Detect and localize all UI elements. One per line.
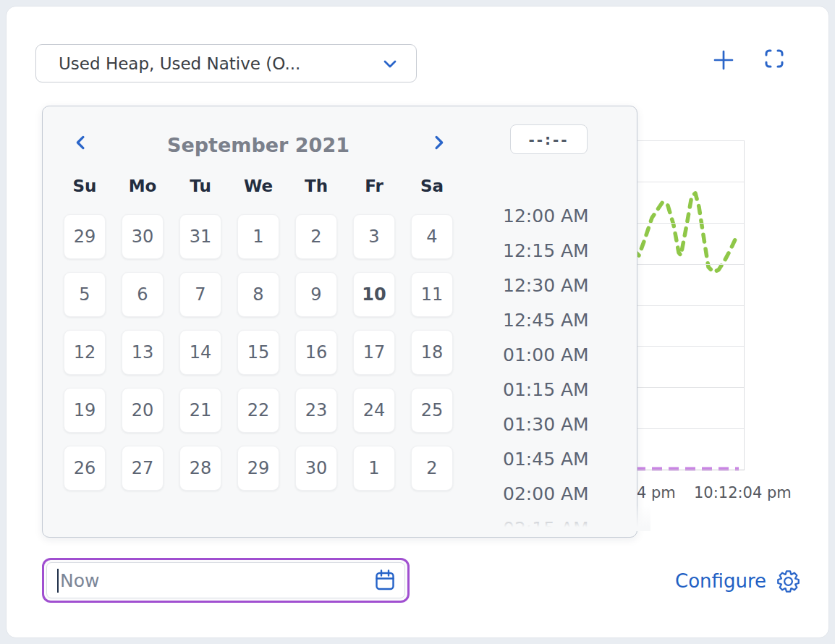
chart-plot-right-edge (744, 140, 745, 470)
calendar-day[interactable]: 11 (411, 272, 453, 317)
calendar-day[interactable]: 4 (411, 214, 453, 259)
calendar-day[interactable]: 26 (64, 446, 106, 491)
calendar-day[interactable]: 6 (122, 272, 164, 317)
configure-label: Configure (675, 570, 766, 592)
calendar-day[interactable]: 3 (353, 214, 395, 259)
time-options-list[interactable]: 12:00 AM12:15 AM12:30 AM12:45 AM01:00 AM… (497, 198, 650, 530)
time-option[interactable]: 01:30 AM (497, 407, 650, 441)
day-of-week-label: We (237, 177, 279, 195)
day-of-week-label: Mo (122, 177, 164, 195)
next-month-button[interactable] (428, 132, 449, 153)
calendar-day[interactable]: 10 (353, 272, 395, 317)
x-axis-tick-label: 10:12:04 pm (694, 484, 792, 501)
calendar-day[interactable]: 24 (353, 388, 395, 433)
time-option[interactable]: 12:00 AM (497, 198, 650, 233)
calendar-day[interactable]: 27 (122, 446, 164, 491)
calendar-day[interactable]: 8 (237, 272, 279, 317)
plus-icon (713, 50, 734, 70)
calendar-dates-grid: 2930311234567891011121314151617181920212… (64, 214, 453, 491)
day-of-week-label: Su (64, 177, 106, 195)
calendar-day[interactable]: 30 (122, 214, 164, 259)
calendar-day[interactable]: 5 (64, 272, 106, 317)
day-of-week-label: Sa (411, 177, 453, 195)
calendar-icon[interactable] (374, 569, 396, 592)
calendar-day[interactable]: 29 (64, 214, 106, 259)
chevron-right-icon (428, 132, 449, 153)
calendar-day[interactable]: 1 (237, 214, 279, 259)
calendar-day[interactable]: 21 (179, 388, 221, 433)
calendar-day[interactable]: 14 (179, 330, 221, 375)
calendar-day[interactable]: 12 (64, 330, 106, 375)
calendar-day[interactable]: 18 (411, 330, 453, 375)
time-option[interactable]: 01:45 AM (497, 441, 650, 476)
calendar-day[interactable]: 31 (179, 214, 221, 259)
calendar-day[interactable]: 22 (237, 388, 279, 433)
calendar-day[interactable]: 20 (122, 388, 164, 433)
time-option[interactable]: 12:15 AM (497, 233, 650, 268)
calendar-day[interactable]: 15 (237, 330, 279, 375)
time-option[interactable]: 12:30 AM (497, 268, 650, 302)
calendar-day[interactable]: 2 (295, 214, 337, 259)
calendar-day[interactable]: 30 (295, 446, 337, 491)
fullscreen-button[interactable] (761, 46, 787, 72)
time-option[interactable]: 01:15 AM (497, 372, 650, 407)
calendar-day[interactable]: 19 (64, 388, 106, 433)
date-input-field[interactable] (46, 562, 405, 598)
calendar-day[interactable]: 2 (411, 446, 453, 491)
metric-dropdown-value: Used Heap, Used Native (O... (59, 54, 380, 73)
calendar-day[interactable]: 29 (237, 446, 279, 491)
date-text-input[interactable] (60, 570, 374, 591)
calendar-day[interactable]: 13 (122, 330, 164, 375)
day-of-week-label: Th (295, 177, 337, 195)
date-input[interactable] (42, 558, 410, 603)
calendar-month-title: September 2021 (64, 134, 453, 156)
datetime-picker-popup: September 2021 SuMoTuWeThFrSa 2930311234… (42, 106, 637, 538)
metric-dropdown[interactable]: Used Heap, Used Native (O... (35, 44, 417, 82)
time-option[interactable]: 01:00 AM (497, 337, 650, 372)
day-of-week-header-row: SuMoTuWeThFrSa (64, 177, 453, 195)
calendar-day[interactable]: 28 (179, 446, 221, 491)
calendar-day[interactable]: 7 (179, 272, 221, 317)
fullscreen-icon (761, 46, 787, 72)
calendar-day[interactable]: 9 (295, 272, 337, 317)
calendar-day[interactable]: 16 (295, 330, 337, 375)
time-option[interactable]: 12:45 AM (497, 302, 650, 337)
gear-icon (776, 569, 800, 593)
calendar-day[interactable]: 23 (295, 388, 337, 433)
text-caret (57, 569, 59, 593)
configure-link[interactable]: Configure (661, 565, 800, 597)
calendar-day[interactable]: 1 (353, 446, 395, 491)
chevron-down-icon (380, 54, 400, 74)
day-of-week-label: Tu (179, 177, 221, 195)
time-display-box: --:-- (510, 124, 588, 154)
time-option[interactable]: 02:15 AM (497, 511, 650, 530)
calendar-day[interactable]: 17 (353, 330, 395, 375)
metrics-widget-panel: Used Heap, Used Native (O... 4 pm 10:12:… (6, 6, 829, 638)
day-of-week-label: Fr (353, 177, 395, 195)
time-option[interactable]: 02:00 AM (497, 476, 650, 511)
add-metric-button[interactable] (713, 50, 734, 70)
calendar-day[interactable]: 25 (411, 388, 453, 433)
